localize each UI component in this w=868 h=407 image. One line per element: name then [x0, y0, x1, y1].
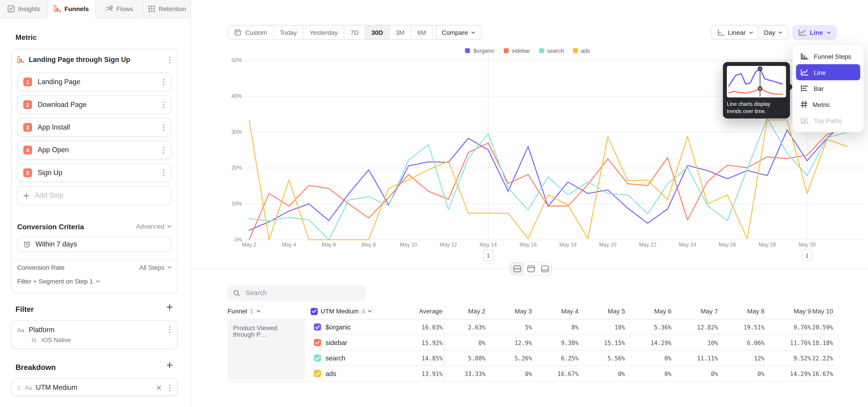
funnel-step-3[interactable]: 3 App Install: [17, 118, 172, 137]
kebab-menu-icon[interactable]: [162, 168, 165, 178]
filter-card[interactable]: Aa Platform Is iOS Native: [11, 320, 178, 349]
interval-label: Day: [764, 29, 775, 36]
line-chart-icon: [800, 69, 809, 76]
funnel-step-2[interactable]: 2 Download Page: [17, 95, 172, 114]
menu-item-line[interactable]: Line: [796, 64, 860, 80]
add-breakdown-button[interactable]: [166, 362, 173, 368]
range-30d[interactable]: 30D: [365, 26, 390, 39]
day-column-header: May 9: [766, 304, 812, 319]
kebab-menu-icon[interactable]: [162, 146, 165, 155]
scale-dropdown[interactable]: Linear: [711, 25, 759, 40]
series-name: search: [326, 354, 345, 362]
clock-icon: [23, 241, 31, 248]
compare-button[interactable]: Compare: [436, 25, 482, 40]
chart-bottom-view-button[interactable]: [538, 262, 551, 275]
breakdown-table: Funnel1 UTM Medium4 Average May 2May 3Ma…: [228, 304, 834, 381]
app-window: Insights Funnels Flows Retention Metric …: [0, 0, 868, 407]
step-number-badge: 1: [23, 77, 32, 86]
range-custom[interactable]: Custom: [228, 26, 274, 39]
annotation-marker[interactable]: 1: [802, 250, 812, 261]
range-7d[interactable]: 7D: [344, 26, 365, 39]
svg-text:May 14: May 14: [480, 242, 497, 248]
svg-text:May 28: May 28: [758, 242, 776, 248]
svg-text:40%: 40%: [231, 93, 242, 99]
tab-retention[interactable]: Retention: [143, 0, 191, 18]
conversion-rate-dropdown[interactable]: All Steps: [139, 264, 172, 271]
chart-top-view-icon: [527, 265, 535, 273]
chart-type-dropdown[interactable]: Line: [792, 25, 837, 40]
search-box: [228, 285, 366, 301]
select-all-checkbox[interactable]: [311, 308, 318, 315]
legend-item[interactable]: ads: [573, 48, 590, 54]
series-checkbox[interactable]: [314, 323, 321, 331]
range-3m[interactable]: 3M: [390, 26, 411, 39]
funnel-column-dropdown[interactable]: Funnel1: [228, 308, 311, 315]
add-step-button[interactable]: Add Step: [17, 186, 172, 205]
step-number-badge: 2: [23, 100, 32, 109]
breakdown-column-dropdown[interactable]: UTM Medium4: [311, 308, 397, 315]
funnel-step-5[interactable]: 5 Sign Up: [17, 163, 172, 182]
split-view-button[interactable]: [510, 262, 524, 275]
interval-dropdown[interactable]: Day: [758, 25, 789, 40]
menu-item-bar[interactable]: Bar: [796, 80, 860, 96]
legend-item[interactable]: search: [539, 48, 564, 54]
menu-item-top-paths[interactable]: Top Paths: [796, 113, 860, 128]
day-value: 5.36%: [626, 319, 673, 335]
chart-type-tooltip: Line charts display trends over time.: [723, 62, 790, 119]
conversion-rate-label: Conversion Rate: [17, 264, 139, 271]
close-icon[interactable]: [156, 385, 162, 390]
report-canvas: Custom Today Yesterday 7D 30D 3M 6M 12M …: [191, 0, 868, 407]
kebab-menu-icon[interactable]: [168, 383, 172, 392]
conversion-window-label: Within 7 days: [35, 240, 77, 248]
range-yesterday[interactable]: Yesterday: [304, 26, 344, 39]
tab-funnels[interactable]: Funnels: [48, 0, 95, 18]
svg-text:May 6: May 6: [322, 242, 336, 248]
scale-label: Linear: [728, 29, 745, 36]
chart-top-view-button[interactable]: [524, 262, 538, 275]
add-filter-button[interactable]: [166, 304, 173, 310]
day-column-header: May 4: [533, 304, 580, 319]
legend-item[interactable]: $organic: [465, 48, 495, 54]
filter-segment-dropdown[interactable]: Filter + Segment on Step 1: [17, 275, 172, 288]
kebab-menu-icon[interactable]: [162, 100, 165, 109]
day-value: 20.59%: [812, 319, 834, 335]
compare-label: Compare: [442, 29, 468, 36]
step-number-badge: 4: [23, 146, 32, 154]
range-6m[interactable]: 6M: [411, 26, 433, 39]
plus-icon: [23, 192, 29, 198]
row-group-label: Product Viewed through P…: [228, 320, 305, 379]
breakdown-card[interactable]: Aa UTM Medium: [11, 378, 178, 396]
range-today[interactable]: Today: [274, 26, 303, 39]
funnel-step-4[interactable]: 4 App Open: [17, 140, 172, 159]
kebab-menu-icon[interactable]: [168, 325, 172, 335]
day-value: 12.82%: [673, 319, 719, 335]
day-value: 9.38%: [533, 335, 580, 350]
tab-insights[interactable]: Insights: [0, 0, 48, 18]
advanced-dropdown[interactable]: Advanced: [136, 223, 172, 230]
annotation-marker[interactable]: 1: [483, 250, 493, 261]
kebab-menu-icon[interactable]: [168, 55, 172, 65]
filter-property: Platform: [29, 326, 163, 334]
menu-item-metric[interactable]: Metric: [796, 96, 860, 113]
series-checkbox[interactable]: [314, 339, 321, 346]
tab-label: Insights: [18, 5, 40, 12]
average-value: 14.85%: [397, 350, 444, 366]
day-value: 0%: [673, 366, 719, 381]
legend-item[interactable]: sidebar: [504, 48, 530, 54]
drag-handle-icon[interactable]: [17, 385, 21, 390]
day-value: 18.18%: [812, 335, 834, 350]
series-checkbox[interactable]: [314, 354, 321, 362]
day-value: 22.22%: [812, 350, 834, 366]
kebab-menu-icon[interactable]: [162, 77, 165, 87]
funnel-step-1[interactable]: 1 Landing Page: [17, 72, 172, 91]
chart-legend: $organic sidebar search ads: [222, 48, 833, 54]
svg-text:May 30: May 30: [798, 242, 815, 248]
series-checkbox[interactable]: [314, 370, 321, 377]
tab-flows[interactable]: Flows: [95, 0, 143, 18]
conversion-window[interactable]: Within 7 days: [17, 237, 172, 252]
kebab-menu-icon[interactable]: [162, 123, 165, 132]
chevron-down-icon: [778, 30, 783, 35]
search-input[interactable]: [245, 288, 360, 298]
average-value: 16.03%: [397, 319, 444, 335]
menu-item-funnel-steps[interactable]: Funnel Steps: [796, 48, 860, 64]
